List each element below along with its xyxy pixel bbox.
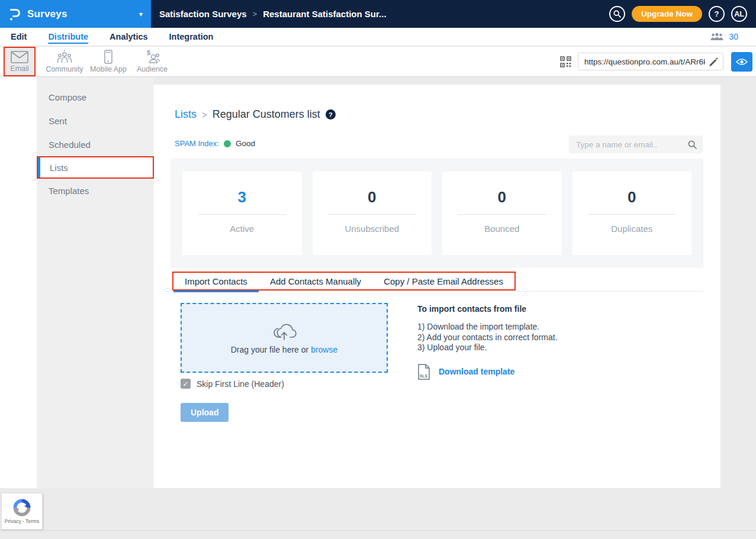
- breadcrumb-survey[interactable]: Restaurant Satisfaction Sur...: [263, 9, 386, 19]
- instruction-step: 1) Download the import template.: [417, 322, 672, 333]
- product-switcher[interactable]: Surveys ▾: [0, 0, 151, 28]
- download-template-row: XLS Download template: [417, 364, 672, 380]
- channel-label: Email: [10, 64, 28, 73]
- breadcrumb-folder[interactable]: Satisfaction Surveys: [159, 9, 247, 19]
- sidebar-item-scheduled[interactable]: Scheduled: [37, 133, 154, 156]
- annotation-box-tabs: Import Contacts Add Contacts Manually Co…: [172, 272, 516, 291]
- cloud-upload-icon: [271, 322, 298, 341]
- tab-distribute[interactable]: Distribute: [48, 32, 88, 41]
- mobile-app-icon: [104, 50, 113, 64]
- channel-label: Community: [46, 65, 83, 73]
- upgrade-now-button[interactable]: Upgrade Now: [632, 6, 702, 22]
- stat-card-active: 3 Active: [182, 172, 302, 255]
- breadcrumb: Satisfaction Surveys > Restaurant Satisf…: [151, 0, 609, 28]
- svg-text:$: $: [147, 50, 150, 56]
- skip-first-line-label: Skip First Line (Header): [197, 379, 284, 389]
- list-title: Regular Customers list: [213, 108, 320, 121]
- channel-audience[interactable]: $ Audience: [130, 48, 174, 75]
- skip-first-line-row: Skip First Line (Header): [181, 379, 388, 389]
- download-template-link[interactable]: Download template: [439, 367, 514, 376]
- dropzone-text: Drag your file here or browse: [231, 345, 338, 354]
- channel-label: Mobile App: [90, 65, 127, 73]
- tab-integration[interactable]: Integration: [169, 32, 214, 41]
- community-icon: [56, 50, 73, 64]
- stat-card-unsubscribed: 0 Unsubscribed: [313, 172, 432, 255]
- breadcrumb-separator: >: [253, 9, 258, 18]
- page-bottom-divider: [0, 530, 756, 531]
- contact-tabs-row: Import Contacts Add Contacts Manually Co…: [170, 272, 703, 292]
- channel-email[interactable]: Email: [4, 47, 36, 76]
- recaptcha-badge[interactable]: Privacy - Terms: [1, 493, 43, 530]
- file-dropzone[interactable]: Drag your file here or browse: [181, 303, 388, 373]
- top-header: Surveys ▾ Satisfaction Surveys > Restaur…: [0, 0, 756, 28]
- pencil-icon: [709, 57, 718, 66]
- list-help-badge[interactable]: ?: [326, 109, 336, 120]
- tab-import-contacts[interactable]: Import Contacts: [173, 273, 259, 289]
- audience-icon: $: [144, 50, 160, 64]
- tab-copy-paste-emails[interactable]: Copy / Paste Email Addresses: [372, 273, 514, 289]
- lists-link[interactable]: Lists: [175, 108, 197, 121]
- instruction-step: 2) Add your contacts in correct format.: [417, 333, 672, 343]
- contact-search-input[interactable]: [575, 140, 684, 150]
- survey-nav: Edit Distribute Analytics Integration 30: [0, 28, 756, 46]
- spam-index-label: SPAM Index:: [175, 139, 219, 148]
- channel-mobile-app[interactable]: Mobile App: [86, 48, 130, 75]
- breadcrumb-separator: >: [202, 109, 207, 120]
- svg-text:XLS: XLS: [420, 374, 428, 378]
- skip-first-line-checkbox[interactable]: [181, 379, 191, 389]
- instruction-step: 3) Upload your file.: [417, 343, 672, 353]
- respondents-indicator[interactable]: 30: [710, 32, 745, 41]
- recaptcha-links[interactable]: Privacy - Terms: [5, 518, 39, 524]
- people-icon: [710, 33, 723, 41]
- qr-code-button[interactable]: [560, 56, 571, 67]
- tab-analytics[interactable]: Analytics: [110, 32, 147, 41]
- avatar[interactable]: AL: [731, 6, 747, 22]
- survey-link-tools: [560, 52, 752, 72]
- distribute-toolbar: Email Community Mobile App: [0, 47, 756, 77]
- chevron-down-icon[interactable]: ▾: [139, 10, 143, 18]
- header-actions: Upgrade Now ? AL: [609, 0, 756, 28]
- sidebar-item-templates[interactable]: Templates: [37, 179, 154, 202]
- search-button[interactable]: [609, 6, 625, 22]
- lists-panel: Lists > Regular Customers list ? SPAM In…: [154, 85, 720, 488]
- survey-url-input[interactable]: [583, 57, 706, 67]
- import-instructions: To import contacts from file 1) Download…: [417, 304, 672, 380]
- instructions-steps: 1) Download the import template. 2) Add …: [417, 322, 672, 353]
- sidebar-item-compose[interactable]: Compose: [37, 85, 154, 109]
- questionpro-logo-icon: [8, 7, 21, 21]
- import-upload-column: Drag your file here or browse Skip First…: [181, 303, 388, 422]
- contact-search-box: [569, 135, 703, 153]
- stat-card-duplicates: 0 Duplicates: [572, 172, 692, 255]
- tab-add-contacts-manually[interactable]: Add Contacts Manually: [259, 273, 372, 289]
- qr-code-icon: [560, 56, 571, 67]
- survey-url-box: [578, 53, 723, 70]
- upload-button[interactable]: Upload: [181, 403, 229, 422]
- edit-url-button[interactable]: [709, 57, 718, 66]
- spam-index: SPAM Index: Good: [175, 139, 255, 148]
- browse-link[interactable]: browse: [311, 345, 337, 354]
- sidebar-item-sent[interactable]: Sent: [37, 109, 154, 133]
- app-title: Surveys: [27, 8, 67, 20]
- contact-stats: 3 Active 0 Unsubscribed 0 Bounced 0 Dupl…: [170, 159, 703, 268]
- channel-community[interactable]: Community: [43, 48, 86, 75]
- status-dot-icon: [224, 140, 231, 147]
- search-icon[interactable]: [688, 140, 697, 149]
- recaptcha-icon: [12, 498, 31, 517]
- xls-file-icon: XLS: [417, 364, 430, 380]
- sidebar-item-lists[interactable]: Lists: [37, 156, 154, 179]
- search-icon: [613, 10, 621, 18]
- help-button[interactable]: ?: [709, 6, 725, 22]
- email-icon: [11, 51, 28, 63]
- tab-edit[interactable]: Edit: [11, 32, 27, 41]
- channel-label: Audience: [137, 65, 168, 73]
- spam-status: Good: [236, 139, 255, 148]
- email-sidebar: Compose Sent Scheduled Lists Templates: [37, 77, 154, 488]
- list-breadcrumb: Lists > Regular Customers list ?: [175, 108, 336, 121]
- respondents-count: 30: [729, 32, 738, 41]
- stat-card-bounced: 0 Bounced: [442, 172, 562, 255]
- instructions-title: To import contacts from file: [417, 304, 672, 314]
- app-screen: Surveys ▾ Satisfaction Surveys > Restaur…: [0, 0, 756, 539]
- preview-button[interactable]: [731, 52, 752, 72]
- eye-icon: [736, 58, 748, 66]
- left-gutter: [0, 77, 37, 488]
